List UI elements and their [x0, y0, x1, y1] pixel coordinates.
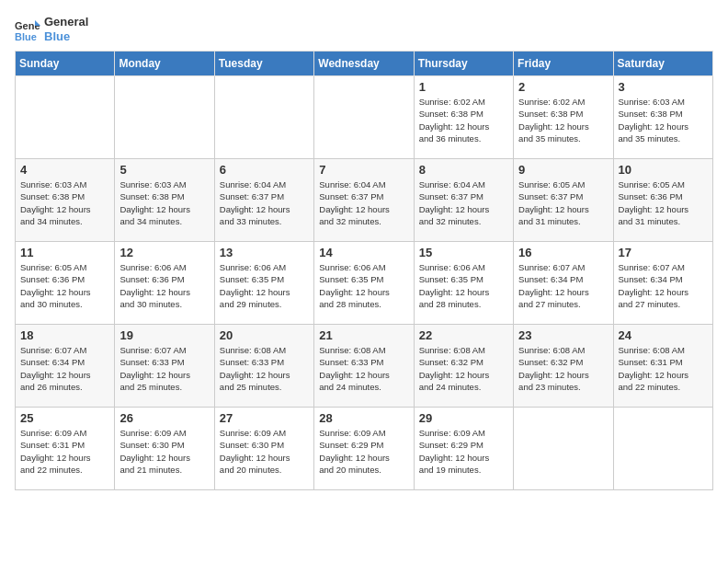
page-header: General Blue General Blue [15, 15, 713, 43]
day-number: 28 [319, 411, 408, 425]
day-number: 6 [220, 163, 309, 177]
calendar-cell: 3Sunrise: 6:03 AMSunset: 6:38 PMDaylight… [613, 76, 712, 159]
day-number: 29 [419, 411, 508, 425]
day-number: 5 [119, 163, 209, 177]
day-info: Sunrise: 6:03 AMSunset: 6:38 PMDaylight:… [119, 178, 209, 227]
calendar-cell: 11Sunrise: 6:05 AMSunset: 6:36 PMDayligh… [16, 242, 115, 325]
day-number: 13 [220, 246, 309, 259]
day-info: Sunrise: 6:03 AMSunset: 6:38 PMDaylight:… [20, 178, 109, 227]
day-info: Sunrise: 6:06 AMSunset: 6:35 PMDaylight:… [220, 261, 309, 310]
day-number: 4 [20, 163, 109, 177]
column-header-monday: Monday [115, 52, 214, 76]
day-info: Sunrise: 6:08 AMSunset: 6:32 PMDaylight:… [419, 344, 508, 393]
day-number: 2 [518, 80, 608, 94]
day-number: 20 [220, 328, 309, 342]
calendar-cell: 18Sunrise: 6:07 AMSunset: 6:34 PMDayligh… [16, 325, 115, 408]
day-info: Sunrise: 6:04 AMSunset: 6:37 PMDaylight:… [319, 178, 408, 227]
column-header-tuesday: Tuesday [214, 52, 313, 76]
column-header-friday: Friday [514, 52, 613, 76]
day-info: Sunrise: 6:04 AMSunset: 6:37 PMDaylight:… [419, 178, 508, 227]
day-number: 9 [518, 163, 608, 177]
calendar-week-row: 25Sunrise: 6:09 AMSunset: 6:31 PMDayligh… [16, 408, 713, 490]
day-number: 11 [20, 246, 109, 259]
logo-blue: Blue [44, 29, 88, 44]
logo: General Blue General Blue [15, 15, 88, 43]
day-info: Sunrise: 6:09 AMSunset: 6:29 PMDaylight:… [419, 427, 508, 476]
column-header-wednesday: Wednesday [314, 52, 414, 76]
day-info: Sunrise: 6:09 AMSunset: 6:31 PMDaylight:… [20, 427, 109, 476]
calendar-cell: 9Sunrise: 6:05 AMSunset: 6:37 PMDaylight… [514, 159, 613, 242]
calendar-header-row: SundayMondayTuesdayWednesdayThursdayFrid… [16, 52, 713, 76]
column-header-saturday: Saturday [613, 52, 712, 76]
day-info: Sunrise: 6:06 AMSunset: 6:36 PMDaylight:… [119, 261, 209, 310]
column-header-thursday: Thursday [414, 52, 513, 76]
day-info: Sunrise: 6:08 AMSunset: 6:32 PMDaylight:… [518, 344, 608, 393]
calendar-cell: 16Sunrise: 6:07 AMSunset: 6:34 PMDayligh… [514, 242, 613, 325]
day-number: 19 [119, 328, 209, 342]
calendar-cell [613, 408, 712, 490]
day-number: 26 [119, 411, 209, 425]
day-info: Sunrise: 6:02 AMSunset: 6:38 PMDaylight:… [518, 96, 608, 144]
day-number: 18 [20, 328, 109, 342]
calendar-cell: 10Sunrise: 6:05 AMSunset: 6:36 PMDayligh… [613, 159, 712, 242]
calendar-week-row: 1Sunrise: 6:02 AMSunset: 6:38 PMDaylight… [16, 76, 713, 159]
calendar-cell: 5Sunrise: 6:03 AMSunset: 6:38 PMDaylight… [115, 159, 214, 242]
day-number: 27 [220, 411, 309, 425]
day-info: Sunrise: 6:09 AMSunset: 6:29 PMDaylight:… [319, 427, 408, 476]
day-info: Sunrise: 6:09 AMSunset: 6:30 PMDaylight:… [119, 427, 209, 476]
calendar-week-row: 4Sunrise: 6:03 AMSunset: 6:38 PMDaylight… [16, 159, 713, 242]
calendar-cell: 19Sunrise: 6:07 AMSunset: 6:33 PMDayligh… [115, 325, 214, 408]
calendar-cell: 20Sunrise: 6:08 AMSunset: 6:33 PMDayligh… [214, 325, 313, 408]
day-number: 12 [119, 246, 209, 259]
day-info: Sunrise: 6:03 AMSunset: 6:38 PMDaylight:… [619, 96, 708, 144]
day-info: Sunrise: 6:05 AMSunset: 6:36 PMDaylight:… [20, 261, 109, 310]
calendar-cell [214, 76, 313, 159]
calendar-cell: 12Sunrise: 6:06 AMSunset: 6:36 PMDayligh… [115, 242, 214, 325]
calendar-cell: 25Sunrise: 6:09 AMSunset: 6:31 PMDayligh… [16, 408, 115, 490]
day-info: Sunrise: 6:05 AMSunset: 6:37 PMDaylight:… [518, 178, 608, 227]
calendar-cell: 6Sunrise: 6:04 AMSunset: 6:37 PMDaylight… [214, 159, 313, 242]
day-number: 8 [419, 163, 508, 177]
calendar-cell: 15Sunrise: 6:06 AMSunset: 6:35 PMDayligh… [414, 242, 513, 325]
svg-text:Blue: Blue [15, 31, 37, 42]
day-number: 21 [319, 328, 408, 342]
day-number: 10 [619, 163, 708, 177]
calendar-cell: 21Sunrise: 6:08 AMSunset: 6:33 PMDayligh… [314, 325, 414, 408]
calendar-week-row: 18Sunrise: 6:07 AMSunset: 6:34 PMDayligh… [16, 325, 713, 408]
day-info: Sunrise: 6:04 AMSunset: 6:37 PMDaylight:… [220, 178, 309, 227]
calendar-cell: 13Sunrise: 6:06 AMSunset: 6:35 PMDayligh… [214, 242, 313, 325]
day-number: 1 [419, 80, 508, 94]
logo-icon: General Blue [15, 17, 40, 42]
day-number: 7 [319, 163, 408, 177]
day-info: Sunrise: 6:08 AMSunset: 6:33 PMDaylight:… [220, 344, 309, 393]
day-info: Sunrise: 6:06 AMSunset: 6:35 PMDaylight:… [319, 261, 408, 310]
day-info: Sunrise: 6:02 AMSunset: 6:38 PMDaylight:… [419, 96, 508, 144]
day-number: 16 [518, 246, 608, 259]
day-number: 24 [619, 328, 708, 342]
calendar-table: SundayMondayTuesdayWednesdayThursdayFrid… [15, 51, 713, 490]
day-number: 15 [419, 246, 508, 259]
day-info: Sunrise: 6:06 AMSunset: 6:35 PMDaylight:… [419, 261, 508, 310]
day-info: Sunrise: 6:07 AMSunset: 6:34 PMDaylight:… [619, 261, 708, 310]
day-number: 22 [419, 328, 508, 342]
day-number: 14 [319, 246, 408, 259]
day-info: Sunrise: 6:07 AMSunset: 6:33 PMDaylight:… [119, 344, 209, 393]
day-info: Sunrise: 6:09 AMSunset: 6:30 PMDaylight:… [220, 427, 309, 476]
logo-general: General [44, 15, 88, 29]
day-info: Sunrise: 6:08 AMSunset: 6:31 PMDaylight:… [619, 344, 708, 393]
calendar-cell: 29Sunrise: 6:09 AMSunset: 6:29 PMDayligh… [414, 408, 513, 490]
calendar-cell: 8Sunrise: 6:04 AMSunset: 6:37 PMDaylight… [414, 159, 513, 242]
day-info: Sunrise: 6:07 AMSunset: 6:34 PMDaylight:… [20, 344, 109, 393]
calendar-cell: 4Sunrise: 6:03 AMSunset: 6:38 PMDaylight… [16, 159, 115, 242]
day-info: Sunrise: 6:07 AMSunset: 6:34 PMDaylight:… [518, 261, 608, 310]
calendar-cell: 24Sunrise: 6:08 AMSunset: 6:31 PMDayligh… [613, 325, 712, 408]
calendar-cell: 17Sunrise: 6:07 AMSunset: 6:34 PMDayligh… [613, 242, 712, 325]
day-info: Sunrise: 6:08 AMSunset: 6:33 PMDaylight:… [319, 344, 408, 393]
calendar-cell [514, 408, 613, 490]
column-header-sunday: Sunday [16, 52, 115, 76]
calendar-cell: 28Sunrise: 6:09 AMSunset: 6:29 PMDayligh… [314, 408, 414, 490]
day-number: 25 [20, 411, 109, 425]
calendar-cell: 1Sunrise: 6:02 AMSunset: 6:38 PMDaylight… [414, 76, 513, 159]
calendar-cell: 26Sunrise: 6:09 AMSunset: 6:30 PMDayligh… [115, 408, 214, 490]
calendar-cell: 27Sunrise: 6:09 AMSunset: 6:30 PMDayligh… [214, 408, 313, 490]
